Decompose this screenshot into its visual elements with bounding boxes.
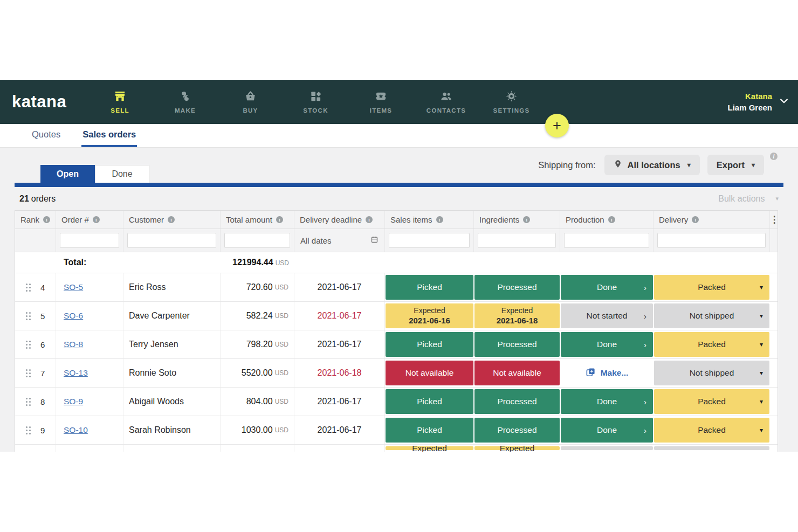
delivery-status[interactable]: Not shipped▾ [654,361,769,385]
drag-handle-icon[interactable] [25,340,31,349]
ingredients-status[interactable]: Not available [474,361,560,385]
caret-down-icon: ▾ [760,398,763,405]
nav-item-label: STOCK [303,107,328,114]
column-header-ingredients[interactable]: Ingredients i [474,211,560,229]
chevron-right-icon: › [644,397,646,406]
column-header-rank[interactable]: Rank i [15,211,56,229]
column-header-delivery-deadline[interactable]: Delivery deadline i [294,211,385,229]
nav-item-buy[interactable]: BUY [218,80,283,124]
table-row: 6 SO-8 Terry Jensen 798.20USD 2021-06-17… [15,330,778,359]
column-header-order[interactable]: Order # i [56,211,123,229]
drag-handle-icon[interactable] [25,283,31,292]
ingredients-status[interactable]: Processed [474,332,560,357]
bulk-actions-label: Bulk actions [718,194,765,204]
delivery-status[interactable]: Packed▾ [654,332,769,357]
filter-sales-items[interactable] [389,233,470,248]
production-status[interactable]: Make... [561,361,653,385]
column-options-kebab-icon[interactable]: ⋮ [770,211,779,229]
sales-items-status[interactable]: Not available [386,361,473,385]
order-amount: 1030.00USD [221,416,294,444]
delivery-status[interactable]: Not shipped▾ [654,303,769,328]
delivery-status[interactable] [654,446,769,450]
order-link[interactable]: SO-5 [64,282,83,292]
nav-item-make[interactable]: MAKE [153,80,218,124]
ingredients-status[interactable]: Processed [474,389,560,414]
subtab-done[interactable]: Done [95,165,149,183]
nav-item-stock[interactable]: STOCK [283,80,348,124]
contacts-icon [440,90,452,102]
ingredients-status[interactable]: Expected [474,446,560,450]
production-status[interactable]: Done› [561,418,653,443]
drag-handle-icon[interactable] [25,369,31,378]
delivery-status[interactable]: Packed▾ [654,275,769,300]
tab-sales-orders[interactable]: Sales orders [81,124,137,147]
sales-items-status[interactable]: Expected [386,446,473,450]
order-amount [221,445,294,452]
drag-handle-icon[interactable] [25,312,31,321]
filter-production[interactable] [564,233,649,248]
table-row: 9 SO-10 Sarah Robinson 1030.00USD 2021-0… [15,416,778,445]
account-user: Liam Green [727,103,772,112]
account-menu[interactable]: Katana Liam Green [727,80,789,124]
create-new-button[interactable]: + [545,114,569,137]
production-status[interactable]: Done› [561,332,653,357]
ingredients-status[interactable]: Processed [474,418,560,443]
drag-handle-icon[interactable] [25,426,31,435]
column-header-production[interactable]: Production i [560,211,653,229]
production-status[interactable]: Done› [561,389,653,414]
caret-down-icon: ▾ [760,426,763,434]
table-total-row: Total: 121994.44USD [15,252,778,273]
order-link[interactable]: SO-8 [64,340,83,349]
production-status[interactable]: Done› [561,275,653,300]
ingredients-status[interactable]: Expected2021-06-18 [474,303,560,328]
filter-order[interactable] [60,233,119,248]
column-header-sales-items[interactable]: Sales items i [385,211,474,229]
production-status[interactable]: Not started› [561,303,653,328]
sales-items-status[interactable]: Picked [386,332,473,357]
sales-items-status[interactable]: Expected2021-06-16 [386,303,473,328]
nav-item-settings[interactable]: SETTINGS [479,80,544,124]
order-link[interactable]: SO-10 [64,425,88,435]
filter-total-amount[interactable] [224,233,290,248]
nav-item-sell[interactable]: SELL [87,80,153,124]
filter-customer[interactable] [127,233,216,248]
nav-item-label: CONTACTS [426,107,466,114]
rank-value: 7 [40,369,45,378]
bulk-actions-button[interactable]: Bulk actions ▾ [718,194,779,204]
location-filter-button[interactable]: All locations ▾ [604,155,700,175]
order-link[interactable]: SO-6 [64,311,83,321]
ingredients-status[interactable]: Processed [474,275,560,300]
chevron-right-icon: › [644,426,646,435]
table-row: 5 SO-6 Dave Carpenter 582.24USD 2021-06-… [15,302,778,330]
chevron-right-icon: › [644,283,646,292]
filter-delivery-deadline[interactable]: All dates [298,236,381,245]
tab-quotes[interactable]: Quotes [31,124,61,147]
column-header-total-amount[interactable]: Total amount i [221,211,294,229]
filter-ingredients[interactable] [478,233,556,248]
info-icon[interactable]: i [770,153,778,160]
nav-item-items[interactable]: ITEMS [348,80,414,124]
sales-items-status[interactable]: Picked [386,389,473,414]
column-header-delivery[interactable]: Delivery i [653,211,770,229]
drag-handle-icon[interactable] [25,397,31,406]
order-link[interactable]: SO-13 [64,368,88,378]
subtab-open[interactable]: Open [40,165,95,183]
account-text: Katana Liam Green [727,92,772,112]
delivery-status[interactable]: Packed▾ [654,418,769,443]
nav-item-contacts[interactable]: CONTACTS [414,80,479,124]
nav-item-label: SETTINGS [493,107,530,114]
rank-value: 6 [40,340,45,349]
filter-delivery[interactable] [657,233,766,248]
order-link[interactable]: SO-9 [64,397,83,406]
order-amount: 5520.00USD [221,359,294,387]
katana-logo[interactable]: katana [12,80,66,124]
production-status[interactable] [561,446,653,450]
sales-items-status[interactable]: Picked [386,418,473,443]
table-row: 8 SO-9 Abigail Woods 804.00USD 2021-06-1… [15,388,778,416]
delivery-deadline: 2021-06-17 [294,273,385,301]
column-header-customer[interactable]: Customer i [123,211,221,229]
delivery-status[interactable]: Packed▾ [654,389,769,414]
sales-items-status[interactable]: Picked [386,275,473,300]
export-button[interactable]: Export ▾ [707,155,764,175]
info-icon: i [168,216,175,223]
